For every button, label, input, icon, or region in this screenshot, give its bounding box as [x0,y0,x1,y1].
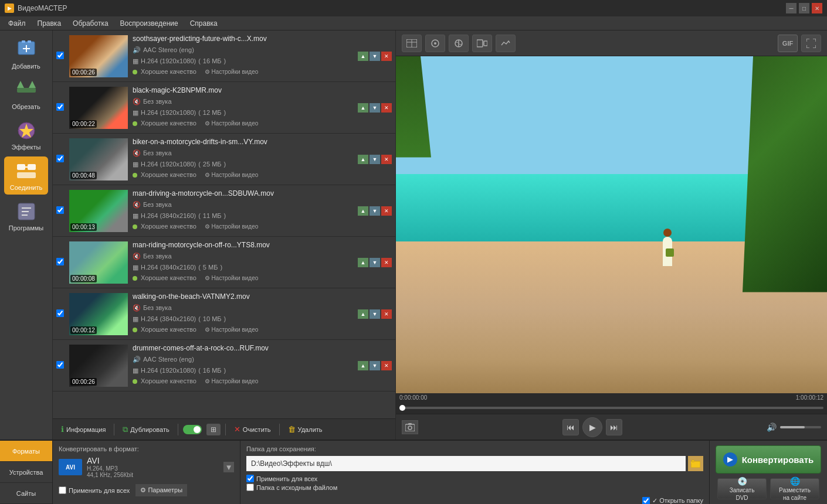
settings-link-5[interactable]: ⚙ Настройки видео [205,273,258,283]
play-button[interactable]: ▶ [582,417,602,437]
settings-link-1[interactable]: ⚙ Настройки видео [205,67,258,77]
duration-7: 00:00:26 [70,378,97,386]
move-up-3[interactable]: ▲ [358,155,368,164]
move-down-4[interactable]: ▼ [370,206,380,216]
skip-back-button[interactable]: ⏮ [562,419,579,435]
settings-link-6[interactable]: ⚙ Настройки видео [205,325,258,335]
tab-sites[interactable]: Сайты [0,483,52,504]
gif-button[interactable]: GIF [778,35,798,52]
apply-all-input[interactable] [59,486,66,494]
remove-5[interactable]: ✕ [381,258,392,267]
move-up-6[interactable]: ▲ [358,309,368,319]
close-button[interactable]: ✕ [812,3,822,13]
format-icon: AVI [59,459,82,475]
settings-link-7[interactable]: ⚙ Настройки видео [205,376,258,386]
preview-tool-1[interactable] [402,35,422,52]
item-check-6[interactable] [56,309,67,319]
sidebar-item-programs[interactable]: Программы [4,197,48,235]
item-check-3[interactable] [56,155,67,164]
item-check-5[interactable] [56,258,67,267]
item-check-2[interactable] [56,103,67,113]
apply-all-folder-input[interactable] [246,475,254,482]
menu-playback[interactable]: Воспроизведение [114,18,184,29]
volume-icon[interactable]: 🔊 [767,423,777,432]
browse-button[interactable] [688,456,703,471]
file-actions-4: ▲ ▼ ✕ [358,206,392,216]
filelist-scroll[interactable]: 00:00:26 soothsayer-predicting-future-wi… [53,30,395,418]
params-button[interactable]: ⚙ Параметры [135,484,187,496]
preview-tool-5[interactable] [496,35,516,52]
remove-4[interactable]: ✕ [381,206,392,216]
sidebar-item-effects[interactable]: Эффекты [4,116,48,154]
snapshot-button[interactable] [402,420,418,434]
source-folder-input[interactable] [246,483,254,491]
preview-tool-3[interactable] [449,35,469,52]
delete-button[interactable]: 🗑 Удалить [284,423,326,435]
remove-3[interactable]: ✕ [381,155,392,164]
publish-button[interactable]: 🌐 Разместить на сайте [770,478,819,499]
timeline-bar[interactable] [399,407,823,409]
move-down-5[interactable]: ▼ [370,258,380,267]
menu-process[interactable]: Обработка [67,18,114,29]
move-up-7[interactable]: ▲ [358,361,368,370]
remove-1[interactable]: ✕ [381,52,392,61]
preview-toolbar: GIF [396,30,827,56]
apply-all-check[interactable]: Применить для всех [59,486,130,494]
add-icon [16,39,37,60]
source-folder-check[interactable]: Папка с исходным файлом [246,483,703,491]
preview-timeline[interactable] [396,402,827,414]
convert-button[interactable]: ▶ Конвертировать [716,445,821,474]
open-folder-check[interactable]: ✓ Открыть папку [642,497,703,504]
clear-button[interactable]: ✕ Очистить [231,423,274,435]
tab-formats[interactable]: Форматы [0,441,52,462]
move-up-2[interactable]: ▲ [358,103,368,113]
item-check-1[interactable] [56,52,67,61]
open-folder-input[interactable] [642,497,650,504]
toggle-switch[interactable] [183,425,202,434]
burn-dvd-button[interactable]: 💿 Записать DVD [717,478,767,499]
item-check-7[interactable] [56,361,67,370]
remove-7[interactable]: ✕ [381,361,392,370]
sidebar-item-join[interactable]: Соединить [4,156,48,195]
maximize-button[interactable]: □ [799,3,809,13]
menu-help[interactable]: Справка [184,18,223,29]
settings-link-2[interactable]: ⚙ Настройки видео [205,118,258,128]
timeline-thumb[interactable] [399,405,405,411]
svg-rect-25 [477,40,483,47]
move-down-7[interactable]: ▼ [370,361,380,370]
format-dropdown[interactable]: ▼ [223,462,234,472]
fullscreen-button[interactable] [801,35,821,52]
svg-rect-29 [408,423,412,425]
remove-2[interactable]: ✕ [381,103,392,113]
file-title-7: drummer-comes-off-at-a-rock-co...RUF.mov [133,344,355,352]
file-meta-3: 🔇Без звука ▦H.264 (1920x1080) (25 МБ) Хо… [133,148,355,181]
preview-tool-4[interactable] [472,35,492,52]
item-check-4[interactable] [56,206,67,216]
sidebar-item-add[interactable]: Добавить [4,35,48,73]
remove-6[interactable]: ✕ [381,309,392,319]
quality-dot [133,70,137,74]
move-up-5[interactable]: ▲ [358,258,368,267]
sidebar-item-trim[interactable]: Обрезать [4,76,48,114]
apply-all-folder[interactable]: Применить для всех [246,475,703,482]
move-up-1[interactable]: ▲ [358,52,368,61]
list-item: 00:00:26 drummer-comes-off-at-a-rock-co.… [53,340,395,391]
volume-slider[interactable] [780,426,821,428]
preview-tool-2[interactable] [425,35,445,52]
grid-view-button[interactable]: ⊞ [206,424,221,435]
minimize-button[interactable]: ─ [786,3,797,13]
move-down-3[interactable]: ▼ [370,155,380,164]
move-down-2[interactable]: ▼ [370,103,380,113]
tab-devices[interactable]: Устройства [0,462,52,483]
move-down-6[interactable]: ▼ [370,309,380,319]
settings-link-3[interactable]: ⚙ Настройки видео [205,170,258,180]
menu-edit[interactable]: Правка [32,18,67,29]
info-button[interactable]: ℹ Информация [57,423,109,435]
quality-dot [133,173,137,178]
duplicate-button[interactable]: ⧉ Дублировать [119,423,172,436]
move-down-1[interactable]: ▼ [370,52,380,61]
skip-forward-button[interactable]: ⏭ [606,419,622,435]
menu-file[interactable]: Файл [2,18,32,29]
settings-link-4[interactable]: ⚙ Настройки видео [205,222,258,231]
move-up-4[interactable]: ▲ [358,206,368,216]
